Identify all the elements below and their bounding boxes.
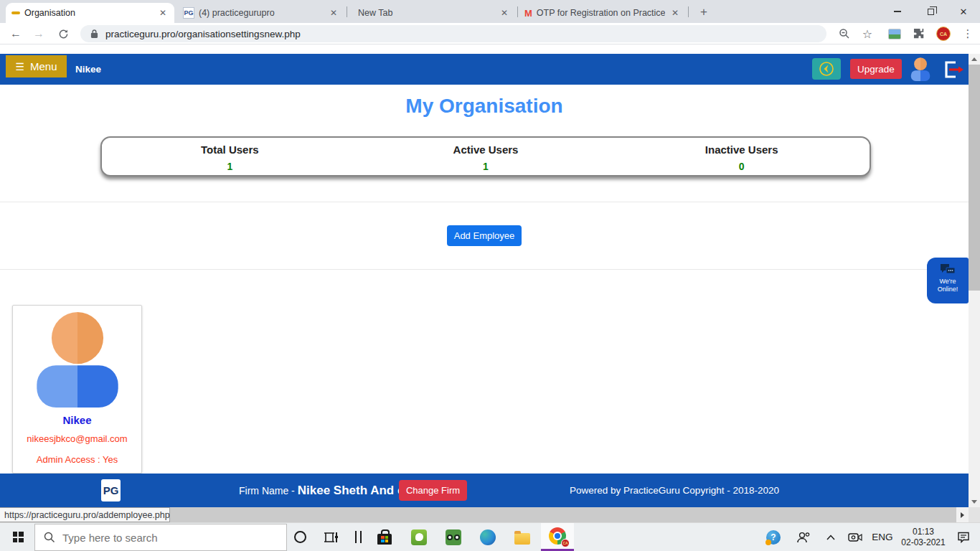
chevron-up-icon [826,534,835,540]
start-button[interactable] [7,523,29,551]
task-view-button[interactable] [319,523,344,551]
chrome-button-active[interactable]: CA [541,523,574,551]
address-bar[interactable]: practiceguru.pro/organisationsettingsnew… [80,25,826,42]
store-bag-icon [377,534,392,545]
organisation-favicon [11,11,20,14]
scroll-back-button[interactable] [812,58,841,80]
search-icon [44,532,55,543]
vscroll-thumb[interactable] [969,65,980,291]
new-tab-button[interactable]: + [696,4,712,20]
tab-organisation[interactable]: Organisation ✕ [6,3,174,23]
tab-title: Organisation [24,8,153,18]
evernote-icon [411,529,427,545]
window-restore-button[interactable] [914,0,947,23]
puzzle-icon [913,28,925,39]
edge-icon [480,529,496,545]
windows-taskbar: CA ? ENG 01:13 02-03-2021 [0,522,980,551]
tab-separator [517,6,518,17]
evernote-button[interactable] [406,523,432,551]
cortana-button[interactable] [288,523,311,551]
tab-gmail-otp[interactable]: M OTP for Registration on PracticeG ✕ [519,3,687,23]
employee-card[interactable]: Nikee nikeesjbkco@gmail.com Admin Access… [12,305,142,474]
kebab-menu-icon: ⋮ [963,27,974,40]
tab-new-tab[interactable]: New Tab ✕ [348,3,516,23]
window-close-button[interactable]: ✕ [947,0,980,23]
browser-menu-button[interactable]: ⋮ [958,23,977,44]
site-header: ☰ Menu Nikee Upgrade [0,54,969,85]
tab-close-icon[interactable]: ✕ [499,8,510,18]
close-icon: ✕ [960,6,968,17]
tripadvisor-button[interactable] [440,523,466,551]
up-arrow-icon [971,57,977,61]
live-chat-widget[interactable]: We're Online! [927,258,969,303]
zoom-indicator-button[interactable] [834,23,855,44]
chat-status-line1: We're [927,278,969,286]
help-icon: ? [766,530,781,545]
vertical-scrollbar[interactable] [969,54,980,507]
taskbar-search-box[interactable] [34,524,287,551]
clock-time: 01:13 [901,527,945,537]
action-center-button[interactable] [951,523,976,551]
tray-help-button[interactable]: ? [762,523,785,551]
stat-value: 1 [102,161,358,172]
user-avatar-icon[interactable] [909,57,932,84]
back-button[interactable]: ← [6,23,26,44]
upgrade-button[interactable]: Upgrade [850,59,902,79]
microsoft-store-button[interactable] [372,523,397,551]
tab-close-icon[interactable]: ✕ [669,8,681,18]
down-arrow-icon [971,500,977,504]
stat-value: 0 [613,161,870,172]
window-minimize-button[interactable] [881,0,914,23]
stat-total-users: Total Users 1 [102,138,358,175]
browser-toolbar: ← → practiceguru.pro/organisationsetting… [0,23,980,44]
stat-label: Inactive Users [613,143,870,156]
employee-email: nikeesjbkco@gmail.com [13,433,141,444]
hscroll-right-button[interactable] [956,507,969,522]
menu-button[interactable]: ☰ Menu [6,55,67,77]
section-divider [0,202,969,202]
tab-close-icon[interactable]: ✕ [328,8,339,18]
reload-button[interactable] [53,23,73,44]
chat-status-line2: Online! [927,286,969,293]
add-employee-button[interactable]: Add Employee [447,225,522,246]
url-text[interactable]: practiceguru.pro/organisationsettingsnew… [105,29,301,39]
tripadvisor-icon [446,529,461,545]
stat-value: 1 [358,161,614,172]
vscroll-down-button[interactable] [969,496,980,507]
extensions-button[interactable] [908,23,930,44]
employee-avatar [32,311,123,408]
clock-date: 02-03-2021 [901,537,945,548]
tray-language-button[interactable]: ENG [868,523,897,551]
chat-bubbles-icon [940,263,956,276]
pinned-bars-button[interactable] [350,523,366,551]
scrollbar-corner [969,507,980,522]
tray-people-button[interactable] [792,523,815,551]
file-explorer-button[interactable] [509,523,535,551]
pg-footer-logo: PG [101,479,121,501]
site-footer: PG Firm Name - Nikee Sheth And co Change… [0,474,969,507]
page-viewport: ☰ Menu Nikee Upgrade [0,44,980,522]
bookmark-star-button[interactable]: ☆ [857,23,878,44]
tab-practicegurupro[interactable]: PG (4) practicegurupro ✕ [177,3,345,23]
change-firm-button[interactable]: Change Firm [399,480,467,501]
edge-button[interactable] [475,523,501,551]
forward-button[interactable]: → [29,23,49,44]
search-input[interactable] [62,532,249,544]
double-bar-icon [355,531,362,543]
tray-clock-button[interactable]: 01:13 02-03-2021 [898,523,948,551]
tray-overflow-button[interactable] [821,523,841,551]
profile-avatar-button[interactable]: CA [933,23,954,44]
tab-close-icon[interactable]: ✕ [157,8,169,18]
zoom-out-icon [839,28,850,39]
browser-tabstrip: Organisation ✕ PG (4) practicegurupro ✕ … [0,0,980,23]
language-label: ENG [872,532,892,542]
logout-button[interactable] [941,60,964,82]
vscroll-up-button[interactable] [969,54,980,65]
reload-icon [58,29,69,39]
notification-icon [957,532,970,543]
photo-icon [888,29,901,39]
minimize-icon [894,11,901,12]
meet-now-button[interactable] [844,523,867,551]
tab-separator [347,6,347,17]
screenshot-extension-button[interactable] [884,23,905,44]
